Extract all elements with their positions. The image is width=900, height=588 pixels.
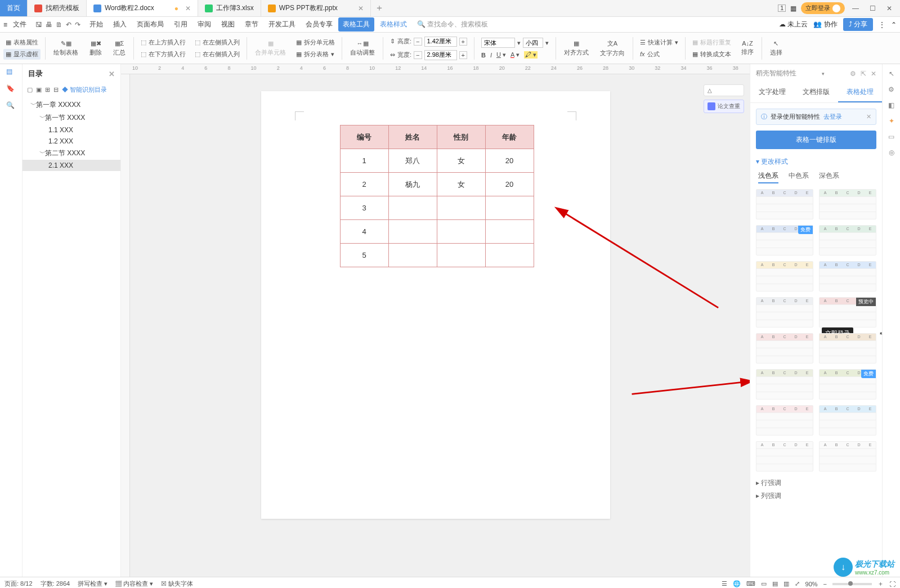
pin-icon[interactable]: ⇱ — [861, 70, 866, 78]
tab-table[interactable]: 表格处理 — [838, 83, 882, 102]
template-item[interactable]: ABCDE — [819, 333, 876, 363]
content-check[interactable]: ▦ 内容检查 ▾ — [115, 580, 153, 588]
colortab-medium[interactable]: 中色系 — [789, 171, 809, 183]
autofit-button[interactable]: ↔▦自动调整 — [347, 39, 378, 58]
step-plus[interactable]: + — [459, 38, 467, 46]
zoom-out-icon[interactable]: − — [823, 581, 827, 587]
tab-home[interactable]: 首页 — [0, 0, 28, 16]
spellcheck-toggle[interactable]: 拼写检查 ▾ — [78, 580, 108, 588]
reading-mode-icon[interactable]: ☰ — [722, 580, 727, 587]
template-item-highlight[interactable]: ABCDE 预览中 立即登录 ↖ — [819, 297, 876, 327]
more-icon[interactable]: ⋮ — [879, 21, 885, 29]
split-table-button[interactable]: ▦ 拆分表格 ▾ — [294, 49, 337, 60]
tab-text[interactable]: 文字处理 — [750, 83, 794, 102]
table-row[interactable]: 4 — [340, 220, 534, 244]
remove-icon[interactable]: ⊟ — [53, 86, 59, 93]
quick-calc-button[interactable]: ☰ 快速计算 ▾ — [638, 37, 680, 48]
template-item[interactable]: ABCDE — [756, 333, 813, 363]
menu-pagelayout[interactable]: 页面布局 — [132, 17, 168, 32]
tree-item11[interactable]: 1.1 XXX — [23, 124, 120, 136]
go-login-link[interactable]: 去登录 — [823, 113, 842, 121]
chart-tool-icon[interactable]: ◧ — [888, 101, 894, 109]
height-input[interactable] — [424, 37, 457, 47]
split-cells-button[interactable]: ▦ 拆分单元格 — [294, 37, 337, 48]
insert-row-below-button[interactable]: ⬚ 在下方插入行 — [138, 49, 188, 60]
template-item[interactable]: ABCDE — [756, 189, 813, 219]
minimize-icon[interactable]: — — [849, 5, 862, 12]
th-gender[interactable]: 性别 — [437, 125, 485, 149]
horizontal-ruler[interactable]: 1024681024681012141618202224262830323436… — [121, 64, 750, 74]
title-repeat-button[interactable]: ▦ 标题行重复 — [690, 37, 733, 48]
tab-xlsx[interactable]: 工作簿3.xlsx — [198, 0, 261, 16]
close-icon[interactable]: ✕ — [866, 113, 871, 120]
zoom-in-icon[interactable]: ＋ — [877, 580, 884, 588]
tree-item21[interactable]: 2.1 XXX — [23, 160, 120, 171]
font-select[interactable] — [481, 38, 515, 48]
input-icon[interactable]: ⌨ — [746, 580, 755, 587]
summary-button[interactable]: ▦Σ汇总 — [110, 39, 129, 58]
menu-chapter[interactable]: 章节 — [240, 17, 263, 32]
table-row[interactable]: 1郑八女20 — [340, 149, 534, 173]
menu-tablestyle[interactable]: 表格样式 — [375, 17, 411, 32]
vertical-ruler[interactable] — [121, 74, 130, 577]
maximize-icon[interactable]: ☐ — [866, 5, 879, 12]
template-item[interactable]: ABCDE免费 — [756, 225, 813, 255]
colortab-dark[interactable]: 深色系 — [819, 171, 839, 183]
select-button[interactable]: ↖选择 — [767, 39, 786, 58]
login-button[interactable]: 立即登录 — [801, 2, 845, 14]
redo-icon[interactable]: ↷ — [75, 21, 80, 29]
close-icon[interactable]: ✕ — [109, 70, 115, 78]
zoom-slider[interactable] — [832, 583, 872, 585]
insert-row-above-button[interactable]: ⬚ 在上方插入行 — [138, 37, 188, 48]
menu-dev[interactable]: 开发工具 — [264, 17, 300, 32]
add-icon[interactable]: ⊞ — [45, 86, 50, 93]
menu-member[interactable]: 会员专享 — [301, 17, 337, 32]
share-button[interactable]: ⤴ 分享 — [843, 18, 873, 31]
table-row[interactable]: 3 — [340, 196, 534, 220]
bold-icon[interactable]: B — [481, 52, 486, 59]
undo-icon[interactable]: ↶ — [66, 21, 71, 29]
col-highlight-toggle[interactable]: ▸ 列强调 — [756, 491, 876, 501]
outline-view-icon[interactable]: ▤ — [772, 580, 778, 587]
th-age[interactable]: 年龄 — [485, 125, 534, 149]
table-props-button[interactable]: ▦ 表格属性 — [3, 37, 41, 48]
outline-icon[interactable]: ▤ — [6, 68, 16, 78]
tab-ppt[interactable]: WPS PPT教程.pptx ✕ — [261, 0, 371, 16]
template-item[interactable]: ABCDE — [819, 405, 876, 436]
web-view-icon[interactable]: ▥ — [783, 580, 789, 587]
layout-view-icon[interactable]: ▭ — [761, 580, 767, 587]
collab-button[interactable]: 👥 协作 — [813, 20, 837, 29]
close-window-icon[interactable]: ✕ — [883, 5, 895, 12]
one-icon[interactable]: 1 — [778, 5, 786, 12]
width-input[interactable] — [424, 50, 457, 60]
bookmark-icon[interactable]: 🔖 — [6, 84, 16, 95]
template-item[interactable]: ABCDE — [756, 369, 813, 400]
colortab-light[interactable]: 浅色系 — [758, 171, 778, 183]
merge-cells-button[interactable]: ▦合并单元格 — [252, 39, 289, 58]
th-name[interactable]: 姓名 — [388, 125, 437, 149]
cloud-status[interactable]: ☁ 未上云 — [779, 20, 808, 29]
template-item[interactable]: ABCDE — [756, 297, 813, 327]
collapse-icon[interactable]: ⌃ — [891, 21, 897, 29]
add-tab-button[interactable]: ＋ — [371, 0, 388, 16]
step-minus[interactable]: − — [414, 51, 422, 59]
change-style-toggle[interactable]: ▾ 更改样式 — [756, 157, 876, 167]
tab-templates[interactable]: 找稻壳模板 — [28, 0, 87, 16]
sort-button[interactable]: A↓Z排序 — [738, 39, 757, 57]
template-item[interactable]: ABCDE — [819, 261, 876, 291]
menu-insert[interactable]: 插入 — [109, 17, 131, 32]
menu-view[interactable]: 视图 — [217, 17, 239, 32]
lang-icon[interactable]: 🌐 — [733, 580, 741, 587]
book-tool-icon[interactable]: ▭ — [888, 133, 894, 141]
bullseye-tool-icon[interactable]: ◎ — [889, 149, 894, 156]
menu-tabletools[interactable]: 表格工具 — [338, 17, 374, 32]
select-tool-icon[interactable]: ↖ — [889, 70, 894, 78]
close-icon[interactable]: ✕ — [871, 70, 876, 78]
print-icon[interactable]: 🖶 — [46, 21, 52, 29]
search-icon[interactable]: 🔍 — [6, 101, 16, 111]
apps-icon[interactable]: ▦ — [790, 5, 796, 12]
template-item[interactable]: ABCDE — [756, 405, 813, 436]
step-plus[interactable]: + — [459, 51, 467, 59]
insert-col-left-button[interactable]: ⬚ 在左侧插入列 — [192, 37, 242, 48]
delete-button[interactable]: ▦✖删除 — [86, 39, 105, 58]
